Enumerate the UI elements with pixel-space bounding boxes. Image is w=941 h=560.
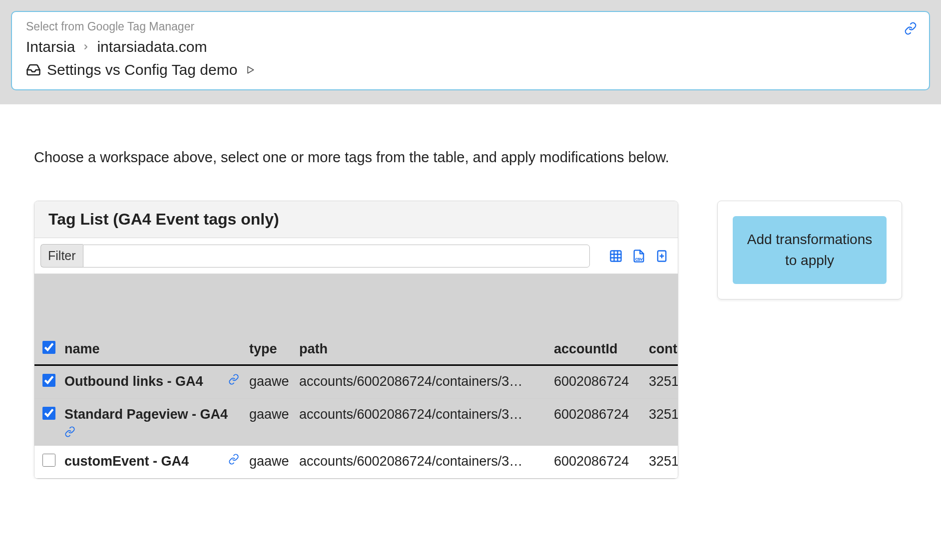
row-containerid: 32518 [644,399,678,446]
link-icon[interactable] [64,426,75,437]
row-type: gaawe [244,446,294,479]
row-type: gaawe [244,399,294,446]
col-name[interactable]: name [59,334,244,365]
csv-export-icon[interactable]: CSV [632,249,646,263]
row-type: gaawe [244,365,294,399]
row-checkbox[interactable] [42,454,55,467]
gtm-selector-label: Select from Google Tag Manager [26,20,915,33]
row-name: customEvent - GA4 [64,454,189,469]
breadcrumb-account[interactable]: Intarsia [26,38,75,55]
svg-rect-1 [611,251,621,261]
link-icon[interactable] [228,454,239,465]
row-accountid: 6002086724 [549,399,644,446]
row-path: accounts/6002086724/containers/3… [294,399,549,446]
row-name: Standard Pageview - GA4 [64,407,228,422]
workspace-line[interactable]: Settings vs Config Tag demo [26,61,915,78]
table-row[interactable]: Outbound links - GA4 gaawe accounts/6002… [34,365,678,399]
add-transformations-button[interactable]: Add transformations to apply [733,216,887,284]
grid-spacer [34,274,678,334]
workspace-name: Settings vs Config Tag demo [47,61,237,78]
filter-input[interactable] [83,245,590,268]
svg-marker-0 [248,66,254,73]
col-path[interactable]: path [294,334,549,365]
row-accountid: 6002086724 [549,446,644,479]
row-checkbox[interactable] [42,407,55,420]
row-path: accounts/6002086724/containers/3… [294,365,549,399]
tag-list-card: Tag List (GA4 Event tags only) Filter CS… [34,201,678,479]
row-path: accounts/6002086724/containers/3… [294,446,549,479]
filter-row: Filter CSV [34,238,678,274]
table-icon[interactable] [609,249,623,263]
gtm-selector-band: Select from Google Tag Manager Intarsia … [0,0,941,104]
svg-text:CSV: CSV [635,258,643,261]
row-checkbox[interactable] [42,374,55,387]
transform-card: Add transformations to apply [717,201,902,299]
instruction-text: Choose a workspace above, select one or … [34,149,941,166]
clipboard-add-icon[interactable] [655,249,669,263]
play-outline-icon [245,61,255,78]
table-row[interactable]: Standard Pageview - GA4 gaawe accounts/6… [34,399,678,446]
external-link-icon[interactable] [904,22,917,37]
row-containerid: 32518 [644,365,678,399]
tag-list-title: Tag List (GA4 Event tags only) [34,201,678,238]
tag-table: name type path accountId conta Outbound … [34,334,678,479]
row-accountid: 6002086724 [549,365,644,399]
row-name: Outbound links - GA4 [64,374,203,389]
row-containerid: 32518 [644,446,678,479]
inbox-icon [26,62,41,77]
breadcrumb: Intarsia intarsiadata.com [26,38,915,55]
breadcrumb-container[interactable]: intarsiadata.com [97,38,207,55]
col-select [34,334,59,365]
col-containerid[interactable]: conta [644,334,678,365]
col-type[interactable]: type [244,334,294,365]
table-row[interactable]: customEvent - GA4 gaawe accounts/6002086… [34,446,678,479]
filter-label: Filter [40,244,83,268]
select-all-checkbox[interactable] [42,341,55,354]
gtm-selector-box[interactable]: Select from Google Tag Manager Intarsia … [11,11,930,90]
chevron-right-icon [82,40,90,54]
col-accountid[interactable]: accountId [549,334,644,365]
link-icon[interactable] [228,374,239,385]
